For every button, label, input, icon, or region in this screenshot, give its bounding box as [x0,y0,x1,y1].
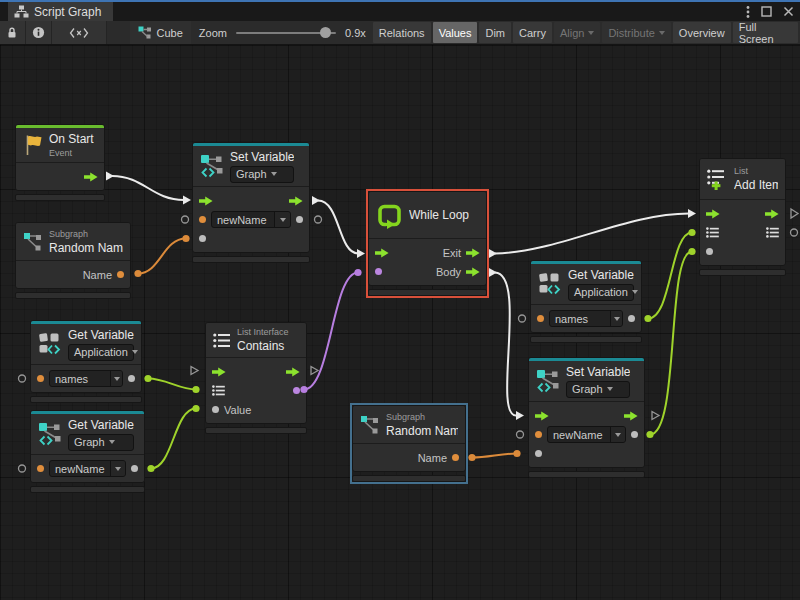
variable-scope-dropdown[interactable]: Graph [230,166,294,183]
node-get-variable-app-left[interactable]: Get Variable Application names [30,320,142,403]
node-list-contains[interactable]: List Interface Contains Value [205,322,307,434]
flow-output-port[interactable] [466,267,480,277]
chevron-down-icon [280,218,286,222]
list-add-icon [707,169,728,190]
node-set-variable-right[interactable]: Set Variable Graph newName [528,357,645,478]
value-input-port[interactable] [37,375,44,382]
value-output-port[interactable] [117,271,124,278]
value-output-port[interactable] [128,375,135,382]
code-view-icon [69,27,89,39]
lock-button[interactable] [0,21,26,44]
maximize-icon[interactable] [761,6,772,17]
flow-output-port[interactable] [624,411,638,421]
node-while-loop[interactable]: While Loop Exit Body [368,191,487,296]
tab-script-graph[interactable]: Script Graph [8,2,113,21]
value-input-port[interactable] [199,216,206,223]
close-icon[interactable] [783,6,794,17]
variable-name-dropdown[interactable]: newName [211,211,291,228]
graph-context-icon [138,26,152,39]
node-title: Set Variable [230,150,294,164]
flow-output-port[interactable] [466,248,480,258]
flow-input-port[interactable] [199,196,213,206]
node-footer [15,292,131,299]
chevron-down-icon [632,290,638,294]
variable-scope-dropdown[interactable]: Graph [68,434,134,451]
value-input-port[interactable] [537,315,544,322]
graph-toolbar: Cube Zoom 0.9x Relations Values Dim Carr… [0,21,800,45]
value-output-port[interactable] [131,465,138,472]
chevron-down-icon [132,350,138,354]
tab-title: Script Graph [34,5,101,19]
align-dropdown[interactable]: Align [554,22,600,43]
code-view-button[interactable] [52,21,107,44]
item-input-port[interactable] [706,248,713,255]
value-output-port[interactable] [628,315,635,322]
value-output-port[interactable] [452,454,459,461]
info-button[interactable] [26,21,52,44]
node-title: Get Variable [68,328,134,342]
node-footer [530,336,642,343]
toggle-values[interactable]: Values [433,22,478,43]
node-set-variable-top[interactable]: Set Variable Graph newName [192,142,310,263]
graph-variable-icon [536,369,560,393]
node-subtitle: Event [49,148,94,158]
port-label-body: Body [436,266,461,278]
fullscreen-button[interactable]: Full Screen [733,22,798,43]
value-input-port[interactable] [535,431,542,438]
flow-output-port[interactable] [765,209,779,219]
result-output-port[interactable] [293,387,300,394]
flow-output-port[interactable] [84,172,98,182]
flow-output-port[interactable] [286,367,300,377]
zoom-slider[interactable] [236,32,336,34]
chevron-down-icon [109,440,115,444]
variable-name-dropdown[interactable]: names [549,310,623,327]
variable-name-dropdown[interactable]: newName [547,426,626,443]
list-input-port[interactable] [706,227,719,238]
node-list-add-item[interactable]: List Add Item [699,158,786,276]
flow-input-port[interactable] [212,367,226,377]
value-input-port[interactable] [535,450,542,457]
list-icon [213,333,231,348]
port-label-exit: Exit [443,247,461,259]
chevron-down-icon [271,172,277,176]
variable-name-dropdown[interactable]: newName [49,460,126,477]
value-input-port[interactable] [37,465,44,472]
chevron-down-icon [114,377,120,381]
value-input-port[interactable] [212,406,219,413]
overview-button[interactable]: Overview [673,22,731,43]
variable-scope-dropdown[interactable]: Application [568,284,634,301]
toggle-dim[interactable]: Dim [479,22,511,43]
node-subgraph-bottom[interactable]: Subgraph Random Name Name [352,405,466,482]
flow-input-port[interactable] [535,411,549,421]
zoom-slider-handle[interactable] [320,27,331,38]
node-get-variable-app-right[interactable]: Get Variable Application names [530,260,642,343]
flow-input-port[interactable] [375,248,389,258]
list-output-port[interactable] [766,227,779,238]
port-label: Value [224,404,251,416]
flow-output-port[interactable] [289,196,303,206]
variable-scope-dropdown[interactable]: Graph [566,381,630,398]
condition-input-port[interactable] [375,268,382,275]
distribute-dropdown[interactable]: Distribute [602,22,670,43]
node-kind: Subgraph [49,229,123,239]
kebab-menu-icon[interactable] [746,5,750,19]
node-get-variable-graph-left[interactable]: Get Variable Graph newName [30,410,145,493]
value-output-port[interactable] [631,431,638,438]
toggle-carry[interactable]: Carry [513,22,552,43]
variable-name-dropdown[interactable]: names [49,370,123,387]
node-subgraph-left[interactable]: Subgraph Random Name Name [15,222,131,299]
graph-context-button[interactable]: Cube [130,21,191,44]
node-title: On Start [49,132,94,146]
toggle-relations[interactable]: Relations [373,22,431,43]
node-kind: List [734,166,778,176]
node-title: While Loop [409,208,469,222]
node-footer [15,194,105,201]
list-input-port[interactable] [212,385,225,396]
value-output-port[interactable] [296,216,303,223]
variable-scope-dropdown[interactable]: Application [68,344,134,361]
value-input-port[interactable] [199,235,206,242]
node-footer [368,289,487,296]
flow-input-port[interactable] [706,209,720,219]
node-on-start[interactable]: On Start Event [15,124,105,201]
application-variable-icon [38,332,62,356]
